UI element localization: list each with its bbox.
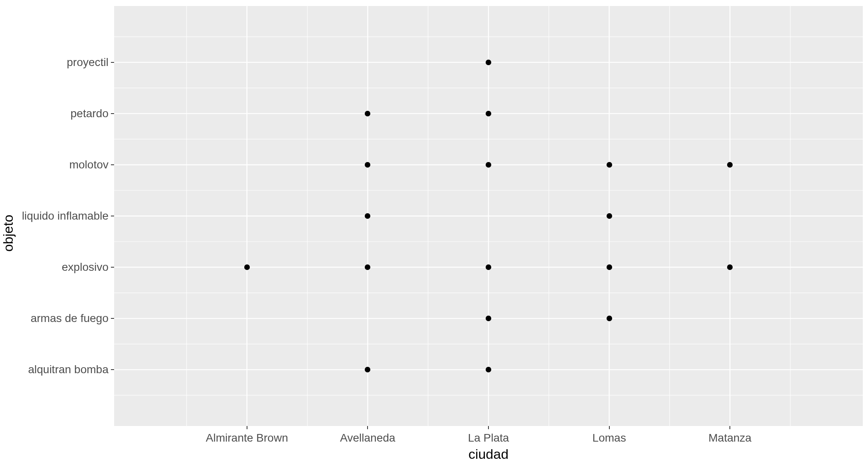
x-tick-label: Avellaneda [340,432,395,444]
y-tick-mark [111,369,114,370]
y-tick-label: explosivo [62,261,108,274]
chart-container: objeto Almirante BrownAvellanedaLa Plata… [0,0,868,466]
y-tick-label: armas de fuego [30,312,108,325]
y-tick-mark [111,164,114,165]
y-tick-label: alquitran bomba [28,363,108,376]
y-tick-mark [111,216,114,216]
y-tick-label: molotov [69,158,108,171]
y-tick-mark [111,267,114,268]
grid-lines [114,6,863,426]
data-point [607,213,612,219]
data-point [607,162,612,168]
data-point [486,264,491,270]
y-tick-mark [111,113,114,114]
data-point [607,316,612,321]
data-point [486,316,491,321]
y-axis-title: objeto [0,214,16,252]
x-tick-label: Almirante Brown [206,432,288,444]
y-tick-label: petardo [70,107,108,120]
data-point [486,162,491,168]
x-tick-mark [488,426,489,429]
data-point [486,60,491,65]
x-tick-label: La Plata [468,432,509,444]
plot-area: Almirante BrownAvellanedaLa PlataLomasMa… [114,6,863,426]
y-tick-label: proyectil [67,56,108,69]
x-tick-mark [729,426,730,429]
x-tick-label: Matanza [709,432,751,444]
data-point [486,111,491,116]
x-axis-title: ciudad [468,446,508,462]
data-point [607,264,612,270]
x-tick-label: Lomas [593,432,626,444]
y-tick-mark [111,62,114,63]
x-tick-mark [367,426,368,429]
x-tick-mark [247,426,247,429]
x-tick-mark [609,426,610,429]
data-point [244,264,250,270]
y-tick-label: liquido inflamable [22,210,108,222]
y-tick-mark [111,318,114,319]
